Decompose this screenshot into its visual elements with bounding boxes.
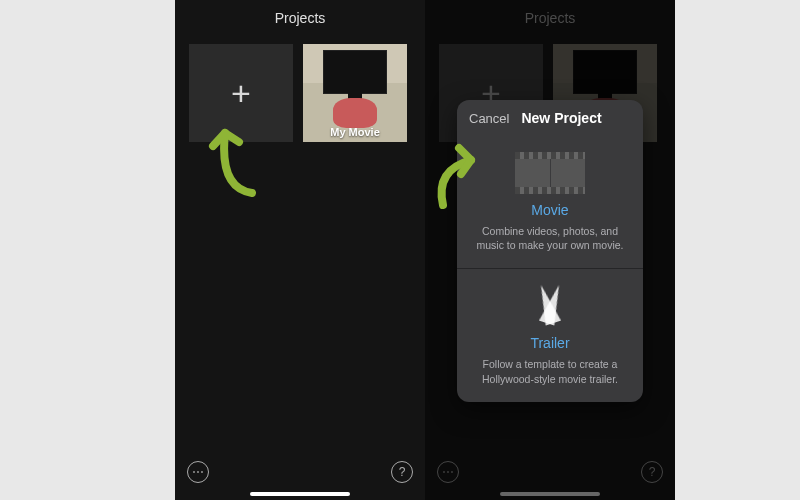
sheet-title: New Project [521,110,601,126]
project-thumbnail: My Movie [303,44,407,142]
new-project-tile[interactable]: + [189,44,293,142]
option-movie[interactable]: Movie Combine videos, photos, and music … [457,136,643,268]
plus-icon: + [231,74,251,113]
cancel-button[interactable]: Cancel [469,111,509,126]
more-button[interactable]: ⋯ [437,461,459,483]
page-title: Projects [175,0,425,36]
option-trailer[interactable]: Trailer Follow a template to create a Ho… [457,268,643,401]
screenshot-projects: Projects + My Movie ⋯ ? [175,0,425,500]
filmstrip-icon [471,150,629,196]
screenshot-new-project-modal: Projects + My Movie ⋯ ? Cancel New Proje… [425,0,675,500]
new-project-sheet: Cancel New Project Movie Combine videos,… [457,100,643,402]
help-button[interactable]: ? [641,461,663,483]
option-movie-title: Movie [471,202,629,218]
sheet-header: Cancel New Project [457,100,643,136]
home-indicator[interactable] [500,492,600,496]
option-trailer-title: Trailer [471,335,629,351]
projects-grid: + My Movie [175,36,425,150]
option-trailer-desc: Follow a template to create a Hollywood-… [471,357,629,385]
option-movie-desc: Combine videos, photos, and music to mak… [471,224,629,252]
project-tile[interactable]: My Movie [303,44,407,142]
more-button[interactable]: ⋯ [187,461,209,483]
spotlight-icon [471,283,629,329]
project-caption: My Movie [330,126,380,138]
home-indicator[interactable] [250,492,350,496]
page-title: Projects [425,0,675,36]
help-button[interactable]: ? [391,461,413,483]
